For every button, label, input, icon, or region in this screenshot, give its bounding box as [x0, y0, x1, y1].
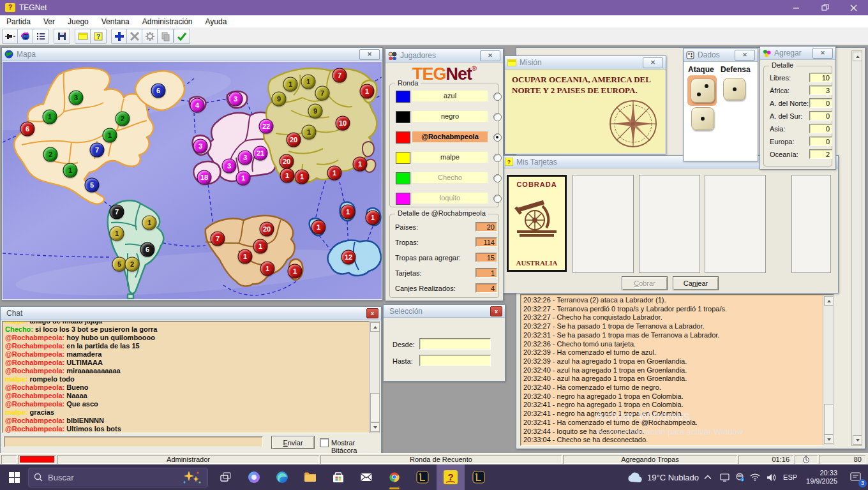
- army-marker[interactable]: 9: [272, 92, 287, 107]
- language-indicator[interactable]: ESP: [779, 464, 801, 490]
- army-marker[interactable]: 7: [211, 232, 225, 246]
- army-marker[interactable]: 7: [110, 205, 124, 219]
- player-radio[interactable]: [493, 133, 502, 142]
- army-marker[interactable]: 10: [336, 116, 350, 131]
- scroll-up-icon[interactable]: [370, 322, 380, 332]
- weather-widget[interactable]: 19°C Nublado: [627, 471, 699, 483]
- close-icon[interactable]: x: [366, 308, 378, 318]
- file-explorer-button[interactable]: [296, 464, 324, 490]
- scrollbar-thumb[interactable]: [370, 393, 380, 422]
- army-marker[interactable]: 20: [287, 133, 301, 147]
- lol-button-2[interactable]: [465, 464, 493, 490]
- tray-chevron-icon[interactable]: [699, 464, 717, 490]
- scrollbar-thumb[interactable]: [824, 404, 834, 434]
- army-marker[interactable]: 1: [302, 125, 317, 140]
- army-marker[interactable]: 1: [360, 84, 375, 99]
- close-icon[interactable]: ✕: [480, 50, 500, 61]
- army-marker[interactable]: 1: [341, 205, 355, 219]
- mail-button[interactable]: [352, 464, 380, 490]
- army-marker[interactable]: 20: [260, 222, 274, 237]
- army-marker[interactable]: 5: [85, 178, 100, 193]
- end-turn-button[interactable]: [174, 29, 190, 44]
- menu-item-partida[interactable]: Partida: [0, 16, 37, 27]
- army-marker[interactable]: 3: [222, 159, 237, 174]
- close-icon[interactable]: [839, 0, 868, 15]
- player-radio[interactable]: [493, 195, 502, 203]
- mission-titlebar[interactable]: Misión ✕: [505, 56, 666, 70]
- send-button[interactable]: Enviar: [271, 436, 315, 449]
- army-marker[interactable]: 2: [116, 112, 130, 126]
- log-window-scrollbar[interactable]: [851, 50, 862, 446]
- army-marker[interactable]: 3: [69, 91, 84, 105]
- start-button[interactable]: [0, 464, 28, 490]
- army-marker[interactable]: 1: [110, 226, 124, 241]
- from-input[interactable]: [419, 338, 491, 350]
- army-marker[interactable]: 20: [280, 154, 294, 169]
- restore-icon[interactable]: [811, 0, 839, 15]
- army-marker[interactable]: 3: [193, 139, 208, 154]
- close-icon[interactable]: ✕: [735, 50, 755, 61]
- save-button[interactable]: [54, 29, 70, 44]
- army-marker[interactable]: 6: [20, 122, 35, 137]
- army-marker[interactable]: 1: [288, 264, 303, 279]
- scroll-up-icon[interactable]: [853, 52, 862, 61]
- player-radio[interactable]: [493, 93, 502, 101]
- notification-center-button[interactable]: 3: [842, 464, 868, 490]
- player-name-field[interactable]: loquito: [412, 193, 488, 204]
- player-name-field[interactable]: Checho: [412, 172, 488, 183]
- server-list-button[interactable]: [17, 29, 34, 44]
- volume-icon[interactable]: [763, 464, 779, 490]
- army-marker[interactable]: 6: [151, 84, 166, 98]
- close-icon[interactable]: ✕: [812, 48, 833, 59]
- army-marker[interactable]: 9: [308, 104, 323, 119]
- player-radio[interactable]: [493, 174, 502, 182]
- army-marker[interactable]: 1: [311, 220, 326, 235]
- map-titlebar[interactable]: Mapa ✕: [2, 48, 382, 61]
- selection-titlebar[interactable]: Selección x: [384, 305, 505, 318]
- wifi-icon[interactable]: [747, 464, 763, 490]
- store-button[interactable]: [324, 464, 352, 490]
- army-marker[interactable]: 4: [190, 98, 205, 113]
- scroll-up-icon[interactable]: [824, 296, 834, 306]
- map-canvas[interactable]: 3162172165711652432232133181117799110120…: [3, 62, 382, 299]
- show-log-checkbox[interactable]: [320, 438, 329, 447]
- cast-icon[interactable]: [717, 464, 732, 490]
- army-marker[interactable]: 1: [142, 216, 157, 230]
- copilot-button[interactable]: [240, 464, 268, 490]
- army-marker[interactable]: 7: [90, 143, 105, 158]
- army-marker[interactable]: 2: [125, 257, 140, 272]
- army-marker[interactable]: 12: [341, 250, 356, 265]
- to-input[interactable]: [419, 355, 491, 366]
- army-marker[interactable]: 1: [366, 211, 380, 225]
- scroll-down-icon[interactable]: [824, 434, 834, 444]
- player-name-field[interactable]: azul: [412, 91, 488, 101]
- menu-item-ver[interactable]: Ver: [37, 16, 61, 27]
- dice-titlebar[interactable]: Dados ✕: [684, 48, 758, 62]
- close-icon[interactable]: ✕: [359, 49, 380, 60]
- army-marker[interactable]: 7: [333, 68, 347, 83]
- army-marker[interactable]: 1: [327, 166, 342, 181]
- army-marker[interactable]: 3: [238, 151, 253, 165]
- scroll-down-icon[interactable]: [853, 435, 862, 445]
- army-marker[interactable]: 1: [280, 168, 295, 183]
- army-marker[interactable]: 22: [259, 119, 274, 134]
- army-marker[interactable]: 18: [197, 170, 212, 185]
- army-marker[interactable]: 6: [140, 242, 155, 257]
- player-radio[interactable]: [493, 113, 502, 121]
- task-view-button[interactable]: [212, 464, 240, 490]
- chat-titlebar[interactable]: Chat x: [1, 307, 381, 320]
- player-radio[interactable]: [493, 154, 502, 162]
- army-marker[interactable]: 1: [295, 170, 310, 184]
- log-scrollbar[interactable]: [823, 295, 834, 445]
- scroll-down-icon[interactable]: [370, 422, 380, 432]
- lol-button[interactable]: [408, 464, 437, 490]
- card-australia[interactable]: COBRADA AUSTRALIA: [507, 175, 567, 272]
- add-troops-button[interactable]: [111, 29, 128, 44]
- game-list-button[interactable]: [33, 29, 49, 44]
- player-name-field[interactable]: negro: [412, 111, 488, 122]
- army-marker[interactable]: 1: [43, 110, 57, 124]
- close-icon[interactable]: ✕: [643, 57, 663, 68]
- army-marker[interactable]: 7: [315, 86, 330, 101]
- players-titlebar[interactable]: Jugadores ✕: [385, 49, 503, 63]
- add-titlebar[interactable]: Agregar ✕: [760, 47, 835, 60]
